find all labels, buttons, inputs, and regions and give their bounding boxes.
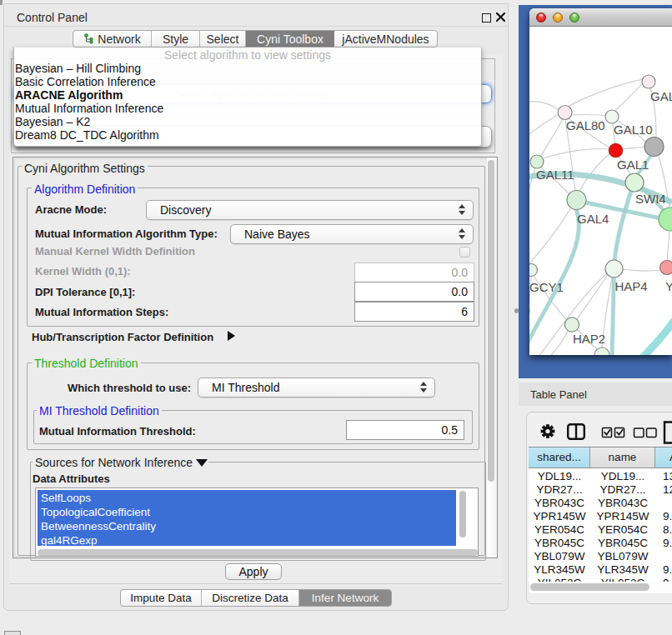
- svg-text:GCY1: GCY1: [529, 280, 564, 294]
- svg-text:HAP4: HAP4: [615, 279, 648, 293]
- svg-text:GAL11: GAL11: [536, 168, 574, 182]
- svg-text:HAP2: HAP2: [573, 332, 605, 346]
- svg-text:SWI4: SWI4: [635, 192, 666, 206]
- svg-text:GAL80: GAL80: [566, 118, 605, 132]
- svg-text:GAL2: GAL2: [650, 89, 672, 103]
- svg-text:GAL4: GAL4: [577, 212, 609, 226]
- svg-text:GAL1: GAL1: [617, 158, 649, 172]
- svg-text:GAL10: GAL10: [614, 122, 653, 137]
- svg-text:YM: YM: [665, 279, 672, 293]
